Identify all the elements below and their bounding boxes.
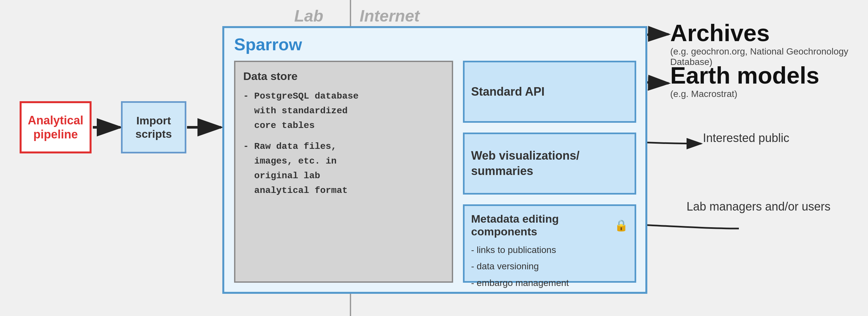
archives-label: Archives (e.g. geochron.org, National Ge…	[670, 20, 868, 67]
metadata-editing-list: - links to publications - data versionin…	[471, 242, 628, 291]
analytical-pipeline-label: Analytical pipeline	[22, 113, 90, 141]
data-store-box: Data store - PostgreSQL database with st…	[234, 61, 453, 283]
internet-label: Internet	[360, 6, 420, 26]
data-store-title: Data store	[243, 70, 444, 82]
archives-title: Archives	[670, 20, 868, 46]
data-store-content: - PostgreSQL database with standardized …	[243, 89, 444, 198]
metadata-item-1: - links to publications	[471, 242, 628, 258]
analytical-pipeline-box: Analytical pipeline	[20, 101, 92, 153]
interested-public-label: Interested public	[703, 131, 789, 146]
web-visualizations-box: Web visualizations/ summaries	[463, 133, 636, 195]
data-store-item-1: - PostgreSQL database with standardized …	[243, 89, 444, 133]
lock-icon: 🔒	[614, 219, 628, 232]
lab-managers-label: Lab managers and/or users	[687, 199, 830, 214]
metadata-item-2: - data versioning	[471, 258, 628, 275]
metadata-editing-title: Metadata editing components	[471, 212, 610, 238]
web-visualizations-label: Web visualizations/ summaries	[471, 148, 628, 179]
earth-models-subtitle: (e.g. Macrostrat)	[670, 89, 819, 99]
metadata-editing-header: Metadata editing components 🔒	[471, 212, 628, 238]
standard-api-box: Standard API	[463, 61, 636, 123]
earth-models-title: Earth models	[670, 62, 819, 89]
data-store-item-2: - Raw data files, images, etc. in origin…	[243, 139, 444, 198]
sparrow-container: Sparrow Data store - PostgreSQL database…	[222, 26, 647, 294]
metadata-item-3: - embargo management	[471, 275, 628, 291]
lab-label: Lab	[294, 6, 323, 26]
standard-api-label: Standard API	[471, 84, 545, 100]
lab-managers-text: Lab managers and/or users	[687, 200, 830, 213]
import-scripts-box: Import scripts	[121, 101, 186, 153]
earth-models-label: Earth models (e.g. Macrostrat)	[670, 62, 819, 99]
sparrow-title: Sparrow	[234, 35, 302, 54]
metadata-editing-box: Metadata editing components 🔒 - links to…	[463, 204, 636, 283]
import-scripts-label: Import scripts	[123, 114, 185, 141]
diagram-container: Lab Internet Analytical pipeline Import …	[0, 0, 868, 316]
